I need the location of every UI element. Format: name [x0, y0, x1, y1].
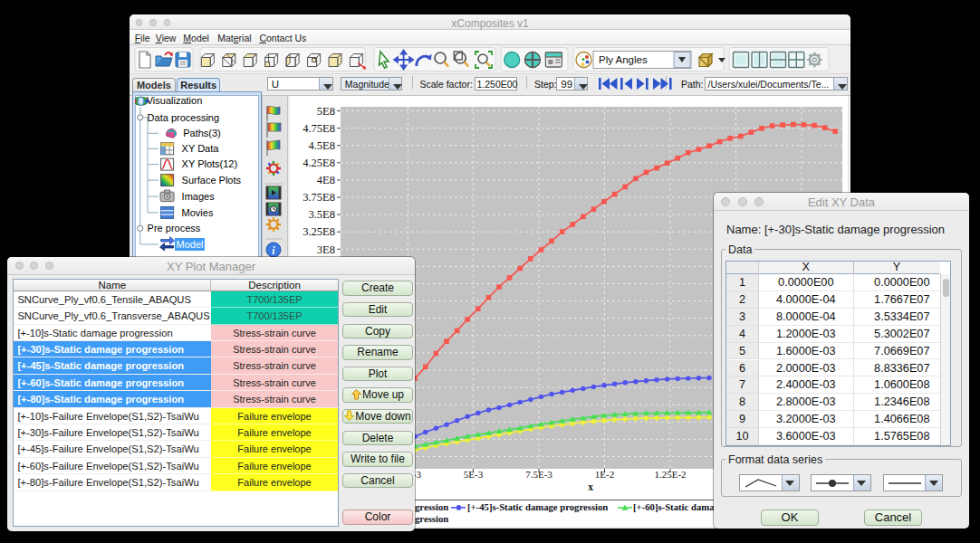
svg-text:3.5E8: 3.5E8: [308, 208, 335, 221]
svg-text:3.25E8: 3.25E8: [303, 225, 335, 238]
svg-text:5E8: 5E8: [317, 105, 335, 118]
svg-text:gression: gression: [415, 501, 448, 512]
svg-text:1.25E-2: 1.25E-2: [654, 469, 686, 480]
svg-text:3.75E8: 3.75E8: [303, 191, 335, 204]
svg-text:4E8: 4E8: [317, 174, 335, 186]
svg-text:4.5E8: 4.5E8: [308, 139, 335, 152]
svg-text:gression: gression: [415, 513, 448, 524]
svg-text:4.75E8: 4.75E8: [303, 122, 335, 135]
svg-text:x: x: [588, 481, 593, 492]
svg-text:3E8: 3E8: [317, 243, 335, 256]
svg-text:Ply Angles: Ply Angles: [599, 54, 648, 65]
svg-text:1E-2: 1E-2: [595, 469, 614, 480]
svg-text:[+-45]s-Static damage progress: [+-45]s-Static damage progression: [467, 501, 608, 512]
svg-text:7.5E-3: 7.5E-3: [525, 469, 552, 480]
svg-text:5E-3: 5E-3: [464, 469, 484, 480]
svg-text:4.25E8: 4.25E8: [303, 157, 335, 169]
